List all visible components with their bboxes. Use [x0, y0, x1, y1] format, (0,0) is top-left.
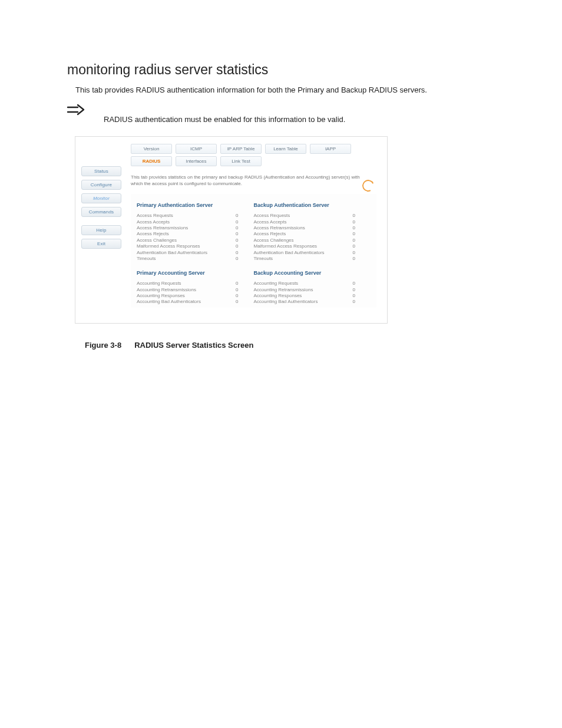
stat-row: Access Rejects0 [137, 231, 254, 237]
stat-row: Access Challenges0 [254, 238, 371, 243]
sidebar-item-commands[interactable]: Commands [81, 207, 121, 217]
figure-caption: Figure 3-8RADIUS Server Statistics Scree… [85, 341, 491, 350]
stat-row: Access Accepts0 [137, 219, 254, 225]
section-title: Primary Authentication Server [137, 202, 254, 208]
stat-row: Malformed Access Responses0 [254, 243, 371, 249]
sidebar-item-monitor[interactable]: Monitor [81, 193, 121, 203]
stat-row: Authentication Bad Authenticators0 [254, 250, 371, 256]
stat-row: Accounting Responses0 [254, 293, 371, 299]
stat-row: Timeouts0 [137, 256, 254, 262]
tab-interfaces[interactable]: Interfaces [176, 156, 217, 166]
stat-row: Accounting Responses0 [137, 293, 254, 299]
section-title: Backup Accounting Server [254, 270, 371, 276]
section-title: Backup Authentication Server [254, 202, 371, 208]
note-block: RADIUS authentication must be enabled fo… [66, 106, 491, 125]
stat-row: Access Requests0 [137, 213, 254, 219]
stat-row: Accounting Bad Authenticators0 [137, 299, 254, 305]
sidebar-item-exit[interactable]: Exit [81, 239, 121, 249]
tab-strip: VersionICMPIP ARP TableLearn TableIAPPRA… [131, 144, 376, 169]
tab-version[interactable]: Version [131, 144, 172, 154]
tab-iapp[interactable]: IAPP [310, 144, 351, 154]
stat-row: Accounting Requests0 [254, 281, 371, 286]
stat-row: Accounting Bad Authenticators0 [254, 299, 371, 305]
stat-row: Access Requests0 [254, 213, 371, 219]
note-text: RADIUS authentication must be enabled fo… [104, 114, 345, 125]
stat-row: Access Retransmissions0 [137, 225, 254, 231]
sidebar-item-status[interactable]: Status [81, 166, 121, 176]
tab-icmp[interactable]: ICMP [176, 144, 217, 154]
section-title: Primary Accounting Server [137, 270, 254, 276]
stat-row: Authentication Bad Authenticators0 [137, 250, 254, 256]
figure-title: RADIUS Server Statistics Screen [134, 341, 253, 350]
refresh-icon [361, 178, 376, 193]
stat-row: Access Retransmissions0 [254, 225, 371, 231]
page-title: monitoring radius server statistics [67, 62, 491, 78]
stat-row: Malformed Access Responses0 [137, 243, 254, 249]
tab-link-test[interactable]: Link Test [220, 156, 262, 166]
stat-row: Accounting Retransmissions0 [254, 287, 371, 293]
stat-row: Accounting Requests0 [137, 281, 254, 286]
note-arrow-icon [66, 104, 86, 116]
stat-row: Access Challenges0 [137, 238, 254, 243]
tab-learn-table[interactable]: Learn Table [265, 144, 306, 154]
stat-row: Access Accepts0 [254, 219, 371, 225]
screenshot-panel: StatusConfigureMonitorCommandsHelpExit V… [75, 137, 387, 322]
stat-row: Timeouts0 [254, 256, 371, 262]
stat-row: Accounting Retransmissions0 [137, 287, 254, 293]
figure-label: Figure 3-8 [85, 341, 121, 350]
sidebar-item-help[interactable]: Help [81, 225, 121, 235]
side-nav: StatusConfigureMonitorCommandsHelpExit [77, 144, 128, 307]
stat-row: Access Rejects0 [254, 231, 371, 237]
tab-ip-arp-table[interactable]: IP ARP Table [220, 144, 262, 154]
tab-radius[interactable]: RADIUS [131, 156, 172, 166]
sidebar-item-configure[interactable]: Configure [81, 180, 121, 190]
intro-text: This tab provides RADIUS authentication … [75, 85, 491, 95]
